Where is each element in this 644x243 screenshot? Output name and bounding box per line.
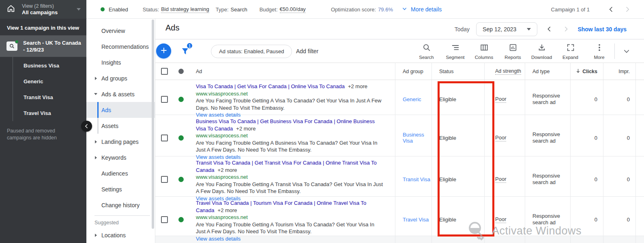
- enabled-dot-icon[interactable]: [178, 217, 184, 222]
- impr-cell: 0: [603, 197, 636, 242]
- ad-headline[interactable]: Visa To Canada | Get Visa For Canada | O…: [196, 83, 345, 89]
- enabled-dot-icon[interactable]: [178, 177, 184, 182]
- column-header-ad-type[interactable]: Ad type: [525, 63, 571, 80]
- row-checkbox[interactable]: [161, 216, 168, 223]
- filter-funnel-icon: [180, 50, 190, 57]
- nav-item-recommendations[interactable]: Recommendations: [86, 39, 155, 54]
- status-value[interactable]: Bid strategy learning: [161, 6, 209, 13]
- sidebar-ad-group-transit-visa[interactable]: Transit Visa: [13, 89, 86, 105]
- ad-status-filter-chip[interactable]: Ad status: Enabled, Paused: [211, 45, 292, 58]
- nav-item-settings[interactable]: Settings: [86, 181, 155, 197]
- expand-action-button[interactable]: Expand: [556, 43, 585, 60]
- status-cell: Eligible: [432, 80, 485, 119]
- collapse-table-button[interactable]: [620, 48, 633, 55]
- ad-group-link[interactable]: Generic: [403, 96, 421, 102]
- add-ad-button[interactable]: [156, 43, 171, 59]
- budget-label: Budget:: [260, 7, 278, 13]
- ad-more-headlines[interactable]: +2 more: [236, 126, 255, 132]
- ad-group-list: Business Visa Generic Transit Visa Trave…: [13, 57, 86, 121]
- column-header-status[interactable]: Status: [432, 63, 485, 80]
- column-header-ad[interactable]: Ad: [189, 63, 395, 80]
- nav-item-change-history[interactable]: Change history: [86, 197, 155, 213]
- reports-action-button[interactable]: Reports: [498, 43, 527, 60]
- status-cell: Eligible: [432, 115, 485, 161]
- status-label: Status:: [143, 7, 159, 13]
- ad-group-link[interactable]: Travel Visa: [403, 217, 429, 223]
- nav-item-overview[interactable]: Overview: [86, 23, 155, 39]
- search-action-button[interactable]: Search: [412, 43, 441, 60]
- column-header-impr[interactable]: Impr.: [603, 63, 636, 80]
- status-cell: Eligible: [432, 197, 485, 242]
- ad-display-url: www.visasprocess.net: [196, 174, 384, 181]
- show-last-30-days-link[interactable]: Show last 30 days: [577, 26, 627, 33]
- search-icon: [422, 43, 431, 54]
- toolbar-divider: [614, 43, 615, 59]
- select-all-cell: [155, 63, 173, 80]
- campaign-status-toggle[interactable]: Enabled: [101, 7, 128, 13]
- ad-type-cell: Responsive search ad: [525, 156, 571, 202]
- columns-action-button[interactable]: Columns: [470, 43, 498, 60]
- segment-action-button[interactable]: Segment: [441, 43, 470, 60]
- nav-item-audiences[interactable]: Audiences: [86, 165, 155, 181]
- column-header-clicks[interactable]: Clicks: [571, 63, 603, 80]
- previous-date-button[interactable]: [544, 24, 554, 34]
- home-button[interactable]: [0, 0, 22, 19]
- caret-down-icon: [77, 8, 81, 11]
- sidebar-ad-group-business-visa[interactable]: Business Visa: [13, 58, 86, 74]
- row-checkbox[interactable]: [161, 176, 168, 183]
- ad-display-url: www.visasprocess.net: [196, 132, 384, 139]
- next-date-button[interactable]: [561, 24, 571, 34]
- previous-campaign-button[interactable]: [606, 4, 616, 15]
- status-dot-header-cell[interactable]: [173, 63, 189, 80]
- more-details-button[interactable]: More details: [402, 6, 442, 13]
- more-action-button[interactable]: More: [585, 43, 614, 60]
- nav-item-ads[interactable]: Ads: [86, 102, 155, 118]
- campaign-type-field: Type: Search: [216, 7, 247, 13]
- campaign-budget-field: Budget: €50.00/day: [260, 6, 306, 13]
- ad-strength-cell: Poor: [485, 115, 525, 161]
- add-filter-button[interactable]: Add filter: [296, 39, 318, 63]
- select-all-checkbox[interactable]: [161, 68, 168, 75]
- google-ads-screen: View (2 filters) All campaigns Enabled S…: [0, 0, 644, 243]
- view-selector[interactable]: View (2 filters) All campaigns: [22, 3, 86, 16]
- nav-item-keywords[interactable]: Keywords: [86, 150, 155, 165]
- ad-headline[interactable]: Business Visa To Canada | Get Business V…: [196, 118, 375, 132]
- sidebar-collapse-button[interactable]: [81, 121, 92, 132]
- date-picker-button[interactable]: Sep 12, 2023: [476, 22, 537, 36]
- nav-item-locations[interactable]: Locations: [86, 227, 155, 243]
- column-header-ad-strength[interactable]: Ad strength: [485, 63, 525, 80]
- enabled-dot-icon[interactable]: [178, 135, 184, 141]
- nav-item-landing-pages[interactable]: Landing pages: [86, 134, 155, 150]
- row-checkbox[interactable]: [161, 135, 168, 141]
- nav-scrollbar[interactable]: [152, 20, 154, 229]
- page-title: Ads: [165, 23, 179, 33]
- nav-item-assets[interactable]: Assets: [86, 118, 155, 134]
- impr-cell: 0: [603, 156, 636, 202]
- nav-item-insights[interactable]: Insights: [86, 54, 155, 70]
- ad-display-url: www.visasprocess.net: [196, 214, 384, 221]
- budget-value[interactable]: €50.00/day: [280, 6, 306, 13]
- status-cell: Eligible: [432, 156, 485, 202]
- nav-item-ad-groups[interactable]: Ad groups: [86, 70, 155, 86]
- campaign-view-switcher[interactable]: View (2 filters) All campaigns: [0, 0, 86, 19]
- ad-group-link[interactable]: Business Visa: [403, 132, 431, 144]
- row-checkbox[interactable]: [161, 96, 168, 103]
- campaign-enabled-badge: [15, 40, 19, 43]
- campaign-status-field: Status: Bid strategy learning: [143, 6, 209, 13]
- sidebar-ad-group-generic[interactable]: Generic: [13, 74, 86, 89]
- sidebar-campaign-item[interactable]: Search - UK To Canada - 12/9/23: [0, 35, 86, 57]
- sidebar-ad-group-travel-visa[interactable]: Travel Visa: [13, 105, 86, 121]
- enabled-dot-icon[interactable]: [178, 97, 184, 102]
- enabled-label: Enabled: [109, 7, 128, 13]
- ad-more-headlines[interactable]: +2 more: [218, 167, 237, 173]
- ad-more-headlines[interactable]: +2 more: [348, 83, 367, 89]
- nav-item-ads-and-assets[interactable]: Ads & assets: [86, 86, 155, 102]
- more-details-label: More details: [411, 6, 442, 13]
- download-action-button[interactable]: Download: [527, 43, 556, 60]
- ad-more-headlines[interactable]: +2 more: [218, 207, 237, 213]
- segment-icon: [451, 43, 460, 54]
- ad-group-link[interactable]: Transit Visa: [403, 176, 430, 182]
- filter-count-badge: 1: [186, 42, 193, 49]
- next-campaign-button[interactable]: [622, 4, 633, 15]
- column-header-ad-group[interactable]: Ad group: [395, 63, 432, 80]
